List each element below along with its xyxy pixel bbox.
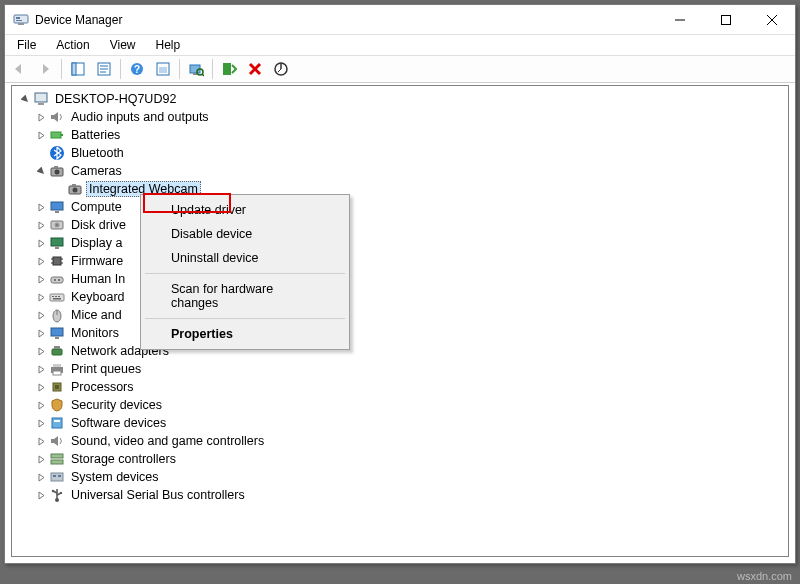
tree-category[interactable]: Mice and — [12, 306, 788, 324]
nav-forward-button[interactable] — [33, 57, 57, 81]
show-hide-tree-button[interactable] — [66, 57, 90, 81]
help-button[interactable]: ? — [125, 57, 149, 81]
svg-rect-62 — [54, 346, 60, 349]
tree-label: Keyboard — [68, 289, 128, 305]
close-button[interactable] — [749, 5, 795, 35]
tree-category[interactable]: Audio inputs and outputs — [12, 108, 788, 126]
svg-rect-64 — [53, 364, 61, 367]
tree-category[interactable]: Security devices — [12, 396, 788, 414]
properties-button[interactable] — [92, 57, 116, 81]
tree-category[interactable]: Storage controllers — [12, 450, 788, 468]
tree-category[interactable]: Monitors — [12, 324, 788, 342]
tree-category[interactable]: Display a — [12, 234, 788, 252]
tree-category[interactable]: Disk drive — [12, 216, 788, 234]
expand-icon[interactable] — [34, 362, 48, 376]
svg-point-32 — [55, 170, 60, 175]
action-button[interactable] — [151, 57, 175, 81]
tree-device[interactable]: Integrated Webcam — [12, 180, 788, 198]
svg-rect-67 — [55, 385, 59, 389]
expand-icon[interactable] — [34, 326, 48, 340]
tree-category[interactable]: System devices — [12, 468, 788, 486]
update-driver-button[interactable] — [217, 57, 241, 81]
tree-category[interactable]: Batteries — [12, 126, 788, 144]
maximize-button[interactable] — [703, 5, 749, 35]
tree-label: Universal Serial Bus controllers — [68, 487, 248, 503]
app-icon — [13, 12, 29, 28]
tree-category[interactable]: Software devices — [12, 414, 788, 432]
tree-category[interactable]: Cameras — [12, 162, 788, 180]
expand-icon[interactable] — [34, 290, 48, 304]
ctx-uninstall-device[interactable]: Uninstall device — [143, 246, 347, 270]
expand-icon[interactable] — [34, 488, 48, 502]
system-icon — [49, 469, 65, 485]
tree-category[interactable]: Processors — [12, 378, 788, 396]
svg-rect-56 — [53, 298, 61, 300]
toolbar-divider — [61, 59, 62, 79]
speaker-icon — [49, 433, 65, 449]
camera-icon — [67, 181, 83, 197]
usb-icon — [49, 487, 65, 503]
svg-rect-1 — [16, 17, 20, 19]
svg-rect-26 — [35, 93, 47, 102]
tree-category[interactable]: Network adapters — [12, 342, 788, 360]
menu-file[interactable]: File — [9, 36, 44, 54]
expand-icon[interactable] — [34, 200, 48, 214]
tree-category[interactable]: Print queues — [12, 360, 788, 378]
menu-action[interactable]: Action — [48, 36, 97, 54]
expand-icon[interactable] — [34, 452, 48, 466]
nav-back-button[interactable] — [7, 57, 31, 81]
svg-rect-29 — [61, 134, 63, 136]
ctx-properties[interactable]: Properties — [143, 322, 347, 346]
separator — [145, 273, 345, 274]
expand-icon[interactable] — [34, 164, 48, 178]
expand-icon[interactable] — [34, 128, 48, 142]
ctx-update-driver[interactable]: Update driver — [143, 198, 347, 222]
tree-root[interactable]: DESKTOP-HQ7UD92 — [12, 90, 788, 108]
tree-category[interactable]: Bluetooth — [12, 144, 788, 162]
svg-rect-68 — [52, 418, 62, 428]
tree-category[interactable]: Compute — [12, 198, 788, 216]
ctx-disable-device[interactable]: Disable device — [143, 222, 347, 246]
tree-category[interactable]: Human In — [12, 270, 788, 288]
disable-button[interactable] — [269, 57, 293, 81]
expand-icon[interactable] — [34, 470, 48, 484]
ctx-scan-hardware[interactable]: Scan for hardware changes — [143, 277, 347, 315]
expand-icon[interactable] — [34, 218, 48, 232]
tree-category[interactable]: Keyboard — [12, 288, 788, 306]
expand-icon[interactable] — [34, 272, 48, 286]
expand-icon[interactable] — [18, 92, 32, 106]
menu-help[interactable]: Help — [148, 36, 189, 54]
tree-category[interactable]: Universal Serial Bus controllers — [12, 486, 788, 504]
tree-label: Human In — [68, 271, 128, 287]
expand-icon[interactable] — [34, 344, 48, 358]
titlebar[interactable]: Device Manager — [5, 5, 795, 35]
svg-rect-49 — [51, 277, 63, 283]
chip-icon — [49, 253, 65, 269]
expand-icon[interactable] — [34, 110, 48, 124]
expand-icon[interactable] — [34, 380, 48, 394]
tree-label: Storage controllers — [68, 451, 179, 467]
svg-rect-60 — [55, 337, 59, 339]
monitor-icon — [49, 199, 65, 215]
expand-icon[interactable] — [34, 416, 48, 430]
uninstall-button[interactable] — [243, 57, 267, 81]
watermark: wsxdn.com — [737, 570, 792, 582]
network-icon — [49, 343, 65, 359]
camera-icon — [49, 163, 65, 179]
tree-category[interactable]: Sound, video and game controllers — [12, 432, 788, 450]
expand-icon[interactable] — [34, 398, 48, 412]
tree-category[interactable]: Firmware — [12, 252, 788, 270]
expand-icon[interactable] — [34, 146, 48, 160]
device-tree[interactable]: DESKTOP-HQ7UD92Audio inputs and outputsB… — [11, 85, 789, 557]
minimize-button[interactable] — [657, 5, 703, 35]
expand-icon[interactable] — [34, 434, 48, 448]
menu-view[interactable]: View — [102, 36, 144, 54]
expand-icon[interactable] — [34, 254, 48, 268]
window-title: Device Manager — [35, 13, 122, 27]
expand-icon[interactable] — [34, 236, 48, 250]
tree-label: Display a — [68, 235, 125, 251]
expand-icon[interactable] — [34, 308, 48, 322]
svg-rect-44 — [53, 257, 61, 265]
scan-hardware-button[interactable] — [184, 57, 208, 81]
svg-rect-17 — [159, 67, 167, 73]
